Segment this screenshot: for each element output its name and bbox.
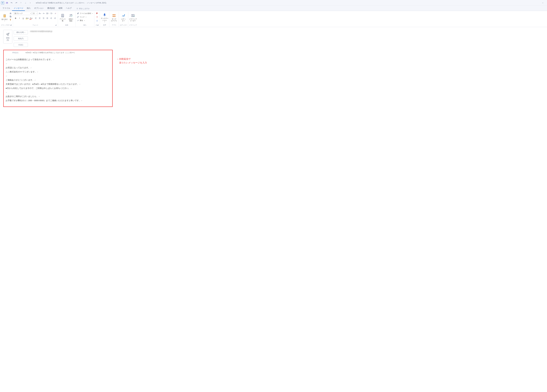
minimize-button[interactable]: ─ xyxy=(540,1,546,5)
check-names-button[interactable]: 名前の 確認 xyxy=(67,12,75,23)
to-button-label: 宛先(T) xyxy=(18,37,23,40)
tab-message[interactable]: メッセージ xyxy=(12,6,25,11)
low-importance-button[interactable] xyxy=(95,19,99,22)
tab-review[interactable]: 校閲 xyxy=(57,6,64,11)
body-line: ↵ xyxy=(6,90,110,94)
increase-indent-button[interactable] xyxy=(53,16,57,20)
all-apps-button[interactable]: すべて のアプリ xyxy=(110,12,118,23)
group-immersive: イマーシブ リーダー イマーシブ xyxy=(128,12,137,27)
svg-rect-44 xyxy=(113,14,114,15)
annotation: ←自動返信で 送りたいメッセージを入力 xyxy=(117,57,147,65)
group-voice: ディクテー ション ▾ 音声 xyxy=(100,12,109,27)
subject-row: 件名(U) ●月●日～●日まで休暇のため不在にしております（△△社/××） xyxy=(3,50,113,55)
clipboard-launcher-icon[interactable]: ◢ xyxy=(10,24,12,26)
address-book-button[interactable]: アドレス帳 xyxy=(59,12,66,23)
italic-button[interactable]: I xyxy=(18,16,21,20)
svg-point-11 xyxy=(47,13,47,14)
high-importance-button[interactable]: ! xyxy=(95,15,99,19)
grow-font-button[interactable]: A▲ xyxy=(38,12,42,15)
tab-format[interactable]: 書式設定 xyxy=(46,6,57,11)
align-justify-button[interactable] xyxy=(46,16,49,20)
font-color-button[interactable]: A▾ xyxy=(29,16,33,20)
svg-point-9 xyxy=(47,13,47,13)
body-line: ↵ xyxy=(6,74,110,78)
tags-launcher-icon[interactable]: ◢ xyxy=(97,24,99,26)
underline-button[interactable]: U xyxy=(21,16,25,20)
link-button[interactable]: リンク▾ xyxy=(76,15,87,19)
editor-icon xyxy=(121,14,125,18)
signature-icon xyxy=(77,20,79,21)
format-painter-button[interactable] xyxy=(9,18,12,21)
immersive-reader-button[interactable]: イマーシブ リーダー xyxy=(129,12,137,23)
svg-rect-7 xyxy=(10,16,11,17)
window-title: ●月●日~●日まで休暇のため不在にしております（△△社/××） - メッセージ … xyxy=(36,2,106,4)
body-line: お急ぎのご用件がございましたら、↵ xyxy=(6,94,110,98)
clear-format-button[interactable]: A⁄ xyxy=(54,12,57,15)
align-right-button[interactable] xyxy=(42,16,45,20)
apps-grid-icon xyxy=(112,14,116,18)
flag-icon xyxy=(96,13,98,15)
titlebar: O ▾ ●月●日~●日まで休暇のため不在にしております（△△社/××） - メッ… xyxy=(0,0,547,6)
message-header: 送信 (S) 差出人(M)▾ redacted-email@example.jp… xyxy=(3,30,113,47)
svg-rect-3 xyxy=(4,14,6,17)
align-center-button[interactable] xyxy=(38,16,41,20)
bold-button[interactable]: B xyxy=(14,16,17,20)
svg-rect-0 xyxy=(7,2,7,3)
tab-file[interactable]: ファイル xyxy=(1,6,12,11)
attach-file-button[interactable]: ファイルの添付▾ xyxy=(76,12,93,15)
signature-button[interactable]: 署名▾ xyxy=(76,19,85,22)
subject-label: 件名(U) xyxy=(5,51,26,54)
undo-qat-button[interactable] xyxy=(10,1,14,5)
from-button[interactable]: 差出人(M)▾ xyxy=(14,30,28,34)
shrink-font-button[interactable]: A▼ xyxy=(42,12,46,15)
group-immersive-label: イマーシブ xyxy=(129,24,137,26)
paste-button[interactable]: 貼り付け ▾ xyxy=(1,12,8,23)
group-names: アドレス帳 名前の 確認 名前 xyxy=(58,12,75,27)
copy-button[interactable] xyxy=(9,15,12,18)
numbering-button[interactable]: 123▾ xyxy=(50,12,53,15)
subject-field[interactable]: ●月●日～●日まで休暇のため不在にしております（△△社/××） xyxy=(26,51,111,54)
group-apps: すべて のアプリ アプリ xyxy=(109,12,119,27)
redo-qat-button[interactable] xyxy=(14,1,18,5)
tell-me-search[interactable]: 何をしますか xyxy=(76,7,90,11)
title-suffix: - メッセージ (HTML 形式) xyxy=(85,2,106,4)
highlight-button[interactable]: ab▾ xyxy=(25,16,29,20)
font-size-combo[interactable]: 11▾ xyxy=(32,12,38,15)
qat-customize-button[interactable]: ▾ xyxy=(28,1,32,5)
to-button[interactable]: 宛先(T) xyxy=(14,36,28,41)
svg-rect-4 xyxy=(4,14,5,15)
align-left-button[interactable] xyxy=(34,16,38,20)
tab-help[interactable]: ヘルプ xyxy=(64,6,73,11)
group-editor: エディ ター エディター xyxy=(119,12,128,27)
from-value: redacted-email@example.jp xyxy=(29,30,113,34)
tab-options[interactable]: オプション xyxy=(33,6,45,11)
svg-point-13 xyxy=(47,14,47,14)
send-button[interactable]: 送信 (S) xyxy=(3,30,12,43)
cc-button[interactable]: CC(C) xyxy=(14,43,28,47)
font-name-combo[interactable]: 游ゴシック▾ xyxy=(14,12,32,15)
group-voice-label: 音声 xyxy=(103,24,106,26)
send-label: 送信 (S) xyxy=(6,37,9,41)
immersive-reader-icon xyxy=(131,14,135,18)
body-line: お世話になっております。↵ xyxy=(6,66,110,70)
tab-insert[interactable]: 挿入 xyxy=(25,6,32,11)
body-line: ↵ xyxy=(6,62,110,66)
cut-button[interactable] xyxy=(9,12,12,15)
paperclip-icon xyxy=(77,13,79,14)
save-qat-button[interactable] xyxy=(5,1,9,5)
group-include: ファイルの添付▾ リンク▾ 署名▾ 挿入 xyxy=(75,12,94,27)
dictate-button[interactable]: ディクテー ション ▾ xyxy=(101,12,109,23)
svg-rect-1 xyxy=(7,3,7,4)
font-launcher-icon[interactable]: ◢ xyxy=(55,24,57,26)
decrease-indent-button[interactable] xyxy=(49,16,53,20)
group-font-label: フォント xyxy=(32,24,38,26)
message-body[interactable]: このメールは自動返信によって送信されています。↵↵お世話になっております。↵△△… xyxy=(3,55,113,107)
cc-button-label: CC(C) xyxy=(19,44,23,46)
bullets-button[interactable]: ▾ xyxy=(46,12,49,15)
body-line: お手数ですが弊社の□□（000－0000-0000）までご連絡いただけますと幸い… xyxy=(6,98,110,103)
all-apps-label: すべて のアプリ xyxy=(111,18,117,22)
ribbon-tabs: ファイル メッセージ 挿入 オプション 書式設定 校閲 ヘルプ 何をしますか xyxy=(0,6,547,11)
address-book-label: アドレス帳 xyxy=(59,18,66,22)
editor-button[interactable]: エディ ター xyxy=(120,12,127,23)
follow-up-button[interactable] xyxy=(95,12,99,15)
